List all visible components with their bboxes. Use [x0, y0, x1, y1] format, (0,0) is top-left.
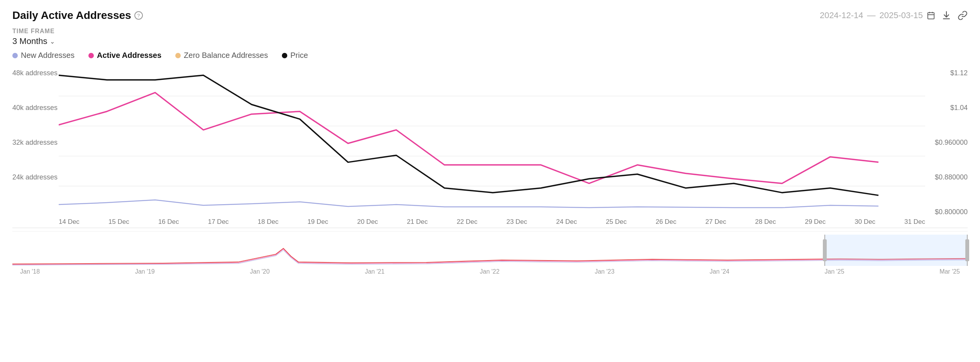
info-icon[interactable]: ? — [134, 11, 143, 20]
x-axis: 14 Dec 15 Dec 16 Dec 17 Dec 18 Dec 19 De… — [59, 216, 925, 228]
timeframe-value: 3 Months — [12, 36, 47, 46]
active-addresses-line — [59, 93, 878, 183]
mini-chart-highlight[interactable] — [824, 235, 968, 266]
x-label-3: 16 Dec — [158, 218, 179, 226]
x-label-1: 14 Dec — [59, 218, 80, 226]
x-label-13: 26 Dec — [656, 218, 677, 226]
timeframe-section: TIME FRAME 3 Months ⌄ — [12, 28, 968, 46]
legend-label-price: Price — [290, 51, 308, 60]
date-separator: — — [867, 10, 875, 20]
mini-x-1: Jan '18 — [20, 268, 40, 275]
chart-svg-area — [59, 66, 925, 216]
main-chart: 48k addresses 40k addresses 32k addresse… — [12, 66, 968, 228]
price-line — [59, 75, 878, 195]
y-right-2: $1.04 — [950, 104, 968, 112]
mini-x-5: Jan '22 — [480, 268, 500, 275]
mini-x-7: Jan '24 — [710, 268, 729, 275]
mini-chart[interactable]: Jan '18 Jan '19 Jan '20 Jan '21 Jan '22 … — [12, 231, 968, 277]
y-right-3: $0.960000 — [935, 139, 968, 147]
x-label-10: 23 Dec — [506, 218, 527, 226]
date-range: 2024-12-14 — 2025-03-15 — [820, 10, 935, 20]
x-label-4: 17 Dec — [208, 218, 229, 226]
mini-x-4: Jan '21 — [365, 268, 385, 275]
header-actions: 2024-12-14 — 2025-03-15 — [820, 10, 968, 20]
x-label-17: 30 Dec — [855, 218, 875, 226]
legend-item-new[interactable]: New Addresses — [12, 51, 75, 60]
x-label-6: 19 Dec — [307, 218, 328, 226]
y-right-4: $0.880000 — [935, 173, 968, 181]
calendar-icon[interactable] — [927, 11, 935, 20]
legend-dot-new — [12, 53, 18, 58]
y-left-2: 40k addresses — [12, 104, 59, 112]
x-label-7: 20 Dec — [357, 218, 378, 226]
legend-dot-zero — [175, 53, 181, 58]
date-end: 2025-03-15 — [879, 10, 923, 20]
mini-chart-handle-left[interactable] — [823, 239, 827, 261]
mini-x-8: Jan '25 — [824, 268, 844, 275]
link-icon[interactable] — [958, 10, 968, 20]
y-axis-left: 48k addresses 40k addresses 32k addresse… — [12, 66, 59, 216]
x-label-5: 18 Dec — [258, 218, 278, 226]
legend-item-price[interactable]: Price — [282, 51, 308, 60]
x-label-9: 22 Dec — [457, 218, 478, 226]
y-left-3: 32k addresses — [12, 139, 59, 147]
svg-rect-0 — [928, 13, 934, 19]
y-axis-right: $1.12 $1.04 $0.960000 $0.880000 $0.80000… — [925, 66, 968, 216]
mini-x-6: Jan '23 — [595, 268, 614, 275]
chart-area: 48k addresses 40k addresses 32k addresse… — [12, 66, 968, 362]
mini-x-9: Mar '25 — [939, 268, 960, 275]
chevron-down-icon: ⌄ — [50, 38, 55, 45]
mini-x-3: Jan '20 — [250, 268, 270, 275]
download-icon[interactable] — [941, 10, 951, 20]
page-title: Daily Active Addresses — [12, 9, 131, 22]
legend-label-zero: Zero Balance Addresses — [184, 51, 268, 60]
x-label-18: 31 Dec — [904, 218, 925, 226]
legend-item-active[interactable]: Active Addresses — [88, 51, 161, 60]
date-start: 2024-12-14 — [820, 10, 863, 20]
legend-label-active: Active Addresses — [97, 51, 161, 60]
x-label-2: 15 Dec — [109, 218, 129, 226]
legend-dot-active — [88, 53, 94, 58]
x-label-11: 24 Dec — [556, 218, 577, 226]
x-label-14: 27 Dec — [705, 218, 726, 226]
main-container: Daily Active Addresses ? 2024-12-14 — 20… — [0, 0, 980, 362]
title-area: Daily Active Addresses ? — [12, 9, 143, 22]
legend-item-zero[interactable]: Zero Balance Addresses — [175, 51, 268, 60]
x-label-8: 21 Dec — [407, 218, 428, 226]
mini-chart-inner — [12, 235, 968, 266]
x-label-15: 28 Dec — [755, 218, 776, 226]
timeframe-dropdown[interactable]: 3 Months ⌄ — [12, 36, 968, 46]
header-row: Daily Active Addresses ? 2024-12-14 — 20… — [12, 9, 968, 22]
timeframe-label: TIME FRAME — [12, 28, 968, 35]
legend-dot-price — [282, 53, 287, 58]
x-label-16: 29 Dec — [805, 218, 826, 226]
y-left-4: 24k addresses — [12, 173, 59, 181]
y-left-1: 48k addresses — [12, 66, 59, 77]
mini-chart-handle-right[interactable] — [965, 239, 969, 261]
x-label-12: 25 Dec — [606, 218, 627, 226]
mini-x-axis: Jan '18 Jan '19 Jan '20 Jan '21 Jan '22 … — [12, 266, 968, 277]
y-right-1: $1.12 — [950, 66, 968, 77]
new-addresses-line — [59, 200, 878, 208]
mini-x-2: Jan '19 — [135, 268, 155, 275]
y-right-5: $0.800000 — [935, 208, 968, 216]
legend-label-new: New Addresses — [21, 51, 75, 60]
legend: New Addresses Active Addresses Zero Bala… — [12, 51, 968, 60]
